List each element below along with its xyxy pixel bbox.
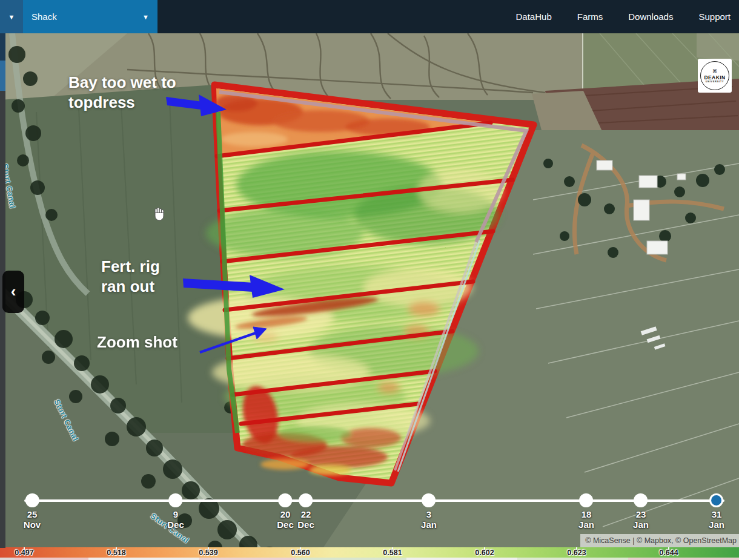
timeline-dot[interactable]: [169, 493, 183, 507]
timeline-dot[interactable]: [299, 493, 313, 507]
timeline-dot-selected[interactable]: [709, 493, 723, 507]
annotation-bay-too-wet: Bay too wet to topdress: [68, 73, 176, 113]
caret-down-icon: ▼: [8, 13, 15, 21]
timeline-date-22-dec[interactable]: 22Dec: [297, 493, 314, 530]
timeline-date-9-dec[interactable]: 9Dec: [167, 493, 184, 530]
ndvi-colorbar: 0.497 0.518 0.539 0.560 0.581 0.602 0.62…: [0, 547, 739, 558]
colorbar-value: 0.518: [107, 548, 125, 557]
annotation-zoom-shot: Zoom shot: [97, 332, 177, 352]
deakin-university-logo: ⌘ DEAKIN UNIVERSITY: [698, 59, 732, 93]
colorbar-value: 0.623: [567, 548, 586, 557]
timeline-date-18-jan[interactable]: 18Jan: [578, 493, 594, 530]
colorbar-value: 0.602: [475, 548, 494, 557]
annotation-line: Zoom shot: [97, 332, 177, 352]
timeline-track[interactable]: [24, 499, 724, 502]
sidebar-collapse-button[interactable]: ‹: [2, 271, 24, 313]
annotation-thin-arrow-icon: [197, 324, 270, 356]
nav-item-support[interactable]: Support: [698, 12, 731, 22]
annotation-line: Bay too wet to: [68, 73, 176, 93]
timeline-date-23-jan[interactable]: 23Jan: [633, 493, 649, 530]
chevron-left-icon: ‹: [11, 283, 16, 299]
annotation-arrow-icon: [181, 274, 290, 300]
hand-cursor: [153, 207, 166, 222]
menu-collapse-button[interactable]: ▼: [0, 0, 23, 33]
nav-item-datahub[interactable]: DataHub: [516, 12, 552, 22]
timeline-date-25-nov[interactable]: 25Nov: [24, 493, 41, 530]
nav-item-farms[interactable]: Farms: [577, 12, 603, 22]
nav-item-downloads[interactable]: Downloads: [628, 12, 673, 22]
timeline-date-3-jan[interactable]: 3Jan: [421, 493, 437, 530]
annotation-arrow-icon: [165, 91, 228, 119]
timeline-dot[interactable]: [25, 493, 39, 507]
timeline-dot[interactable]: [422, 493, 436, 507]
logo-name: DEAKIN: [704, 74, 726, 81]
annotation-fert-rig: Fert. rig ran out: [101, 257, 160, 297]
colorbar-value: 0.539: [199, 548, 217, 557]
logo-ring: ⌘ DEAKIN UNIVERSITY: [700, 61, 729, 90]
map-attribution: © MicaSense | © Mapbox, © OpenStreetMap: [580, 534, 739, 547]
app-window: ▼ Shack ▼ DataHub Farms Downloads Suppor…: [0, 0, 739, 560]
colorbar-value: 0.644: [659, 548, 678, 557]
timeline-dot[interactable]: [579, 493, 593, 507]
farm-selector-dropdown[interactable]: Shack ▼: [23, 0, 157, 33]
timeline-dot[interactable]: [634, 493, 648, 507]
caret-down-icon: ▼: [142, 13, 149, 21]
timeline-dot[interactable]: [279, 493, 293, 507]
crest-icon: ⌘: [712, 69, 717, 74]
annotation-line: Fert. rig: [101, 257, 160, 277]
annotation-line: ran out: [101, 277, 160, 297]
timeline-date-31-jan-selected[interactable]: 31Jan: [709, 493, 724, 530]
logo-subname: UNIVERSITY: [706, 81, 724, 83]
timeline-date-20-dec[interactable]: 20Dec: [277, 493, 294, 530]
nav-links: DataHub Farms Downloads Support: [516, 0, 739, 33]
top-navbar: ▼ Shack ▼ DataHub Farms Downloads Suppor…: [0, 0, 739, 33]
colorbar-value: 0.497: [15, 548, 33, 557]
colorbar-value: 0.560: [291, 548, 310, 557]
colorbar-value: 0.581: [383, 548, 402, 557]
clipped-thumbnail-strip: [0, 558, 739, 560]
annotation-line: topdress: [68, 93, 176, 113]
farm-selector-label: Shack: [31, 12, 142, 22]
